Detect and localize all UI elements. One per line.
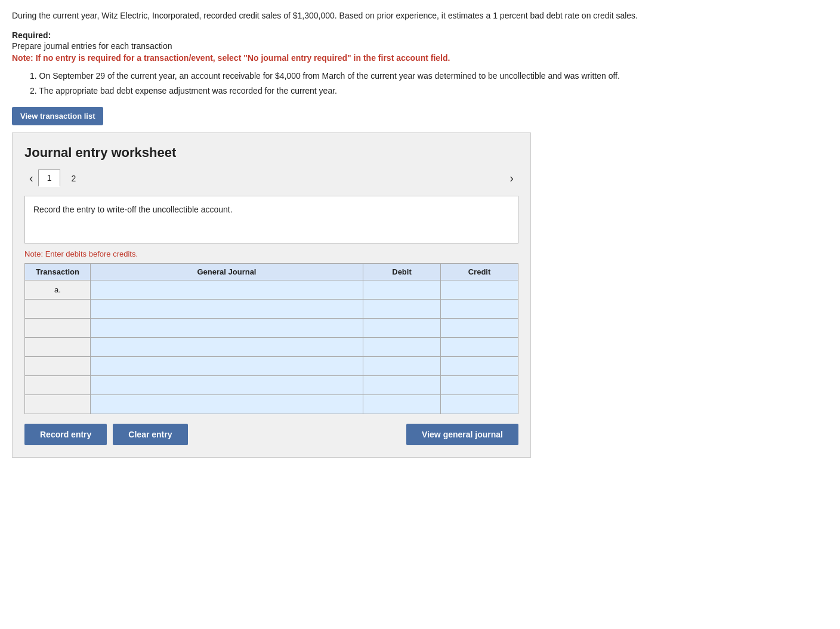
prepare-text: Prepare journal entries for each transac… [12,41,828,51]
debit-input-7[interactable] [363,395,441,414]
record-entry-button[interactable]: Record entry [24,424,107,445]
credit-field-6[interactable] [441,376,518,394]
credit-input-5[interactable] [441,357,518,376]
credit-field-4[interactable] [441,338,518,356]
debit-input-5[interactable] [363,357,441,376]
general-journal-input-4[interactable] [91,338,363,357]
general-input-field-2[interactable] [91,300,363,318]
general-input-field-3[interactable] [91,319,363,337]
debit-field-6[interactable] [363,376,440,394]
general-input-field-4[interactable] [91,338,363,356]
table-row [25,395,518,414]
worksheet-title: Journal entry worksheet [24,145,518,161]
note-red: Note: If no entry is required for a tran… [12,53,828,63]
credit-input-2[interactable] [441,300,518,319]
general-input-field-5[interactable] [91,357,363,375]
general-input-field-7[interactable] [91,395,363,414]
general-journal-input-7[interactable] [91,395,363,414]
table-row [25,300,518,319]
debit-field-5[interactable] [363,357,440,375]
general-journal-input-1[interactable] [91,280,363,300]
tab-2[interactable]: 2 [63,171,84,186]
table-row [25,338,518,357]
clear-entry-button[interactable]: Clear entry [113,424,187,445]
transaction-label-2 [25,300,91,319]
debit-input-1[interactable] [363,280,441,300]
transaction-label-4 [25,338,91,357]
debit-field-1[interactable] [363,280,440,299]
general-journal-input-2[interactable] [91,300,363,319]
table-row [25,319,518,338]
prev-arrow[interactable]: ‹ [24,169,38,187]
table-row [25,357,518,376]
description-box: Record the entry to write-off the uncoll… [24,196,518,243]
debit-input-4[interactable] [363,338,441,357]
transaction-label-6 [25,376,91,395]
th-general-journal: General Journal [91,264,363,280]
credit-field-2[interactable] [441,300,518,318]
table-row [25,376,518,395]
debit-input-6[interactable] [363,376,441,395]
debit-field-2[interactable] [363,300,440,318]
general-journal-input-3[interactable] [91,319,363,338]
credit-field-1[interactable] [441,280,518,299]
numbered-list: 1. On September 29 of the current year, … [30,70,828,97]
debit-field-4[interactable] [363,338,440,356]
view-general-journal-button[interactable]: View general journal [406,424,518,445]
transaction-label-7 [25,395,91,414]
general-journal-input-6[interactable] [91,376,363,395]
debit-field-3[interactable] [363,319,440,337]
button-row: Record entry Clear entry View general jo… [24,424,518,445]
credit-field-5[interactable] [441,357,518,375]
th-debit: Debit [363,264,441,280]
debit-input-3[interactable] [363,319,441,338]
th-transaction: Transaction [25,264,91,280]
intro-paragraph: During the current year, Witz Electric, … [12,10,828,22]
journal-table: Transaction General Journal Debit Credit… [24,263,518,414]
th-credit: Credit [441,264,518,280]
credit-input-6[interactable] [441,376,518,395]
general-input-field-1[interactable] [91,280,363,299]
credit-input-7[interactable] [441,395,518,414]
next-arrow[interactable]: › [505,169,518,187]
tab-1[interactable]: 1 [38,169,61,187]
required-label: Required: [12,30,828,40]
transaction-label-a: a. [25,280,91,300]
credit-field-3[interactable] [441,319,518,337]
credit-input-4[interactable] [441,338,518,357]
credit-field-7[interactable] [441,395,518,414]
tab-navigation: ‹ 1 2 › [24,169,518,187]
general-journal-input-5[interactable] [91,357,363,376]
debit-field-7[interactable] [363,395,440,414]
transaction-1: 1. On September 29 of the current year, … [30,70,828,82]
transaction-label-3 [25,319,91,338]
note-enter: Note: Enter debits before credits. [24,249,518,258]
credit-input-3[interactable] [441,319,518,338]
debit-input-2[interactable] [363,300,441,319]
general-input-field-6[interactable] [91,376,363,394]
table-row: a. [25,280,518,300]
transaction-2: 2. The appropriate bad debt expense adju… [30,85,828,97]
view-transaction-button[interactable]: View transaction list [12,107,103,125]
credit-input-1[interactable] [441,280,518,300]
required-section: Required: Prepare journal entries for ea… [12,30,828,63]
worksheet-container: Journal entry worksheet ‹ 1 2 › Record t… [12,132,531,458]
transaction-label-5 [25,357,91,376]
